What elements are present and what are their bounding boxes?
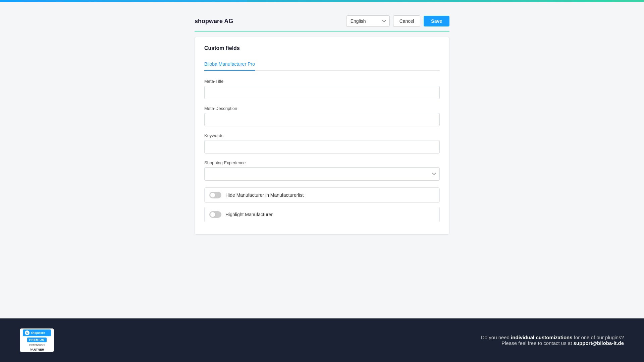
main-content: shopware AG English Deutsch Français Can…: [0, 2, 644, 318]
highlight-manufacturer-slider: [209, 211, 221, 218]
meta-title-label: Meta-Title: [204, 79, 440, 84]
container: shopware AG English Deutsch Français Can…: [195, 15, 449, 305]
keywords-group: Keywords: [204, 133, 440, 154]
highlight-manufacturer-label: Highlight Manufacturer: [225, 212, 273, 217]
footer: S shopware PREMIUM EXTENSION PARTNER Do …: [0, 318, 644, 362]
footer-text-normal2: for one of our plugins?: [573, 335, 624, 340]
shopping-experience-label: Shopping Experience: [204, 160, 440, 165]
badge-premium: PREMIUM: [27, 338, 47, 342]
badge-partner: PARTNER: [30, 348, 44, 351]
meta-title-input[interactable]: [204, 86, 440, 99]
tab-bar: Biloba Manufacturer Pro: [204, 58, 440, 71]
keywords-label: Keywords: [204, 133, 440, 138]
footer-logo-top: S shopware: [23, 329, 51, 336]
meta-description-input[interactable]: [204, 113, 440, 126]
meta-title-group: Meta-Title: [204, 79, 440, 99]
footer-text: Do you need individual customizations fo…: [481, 335, 624, 346]
header-actions: English Deutsch Français Cancel Save: [346, 15, 449, 27]
shopware-s-icon: S: [25, 330, 30, 335]
shopping-experience-select[interactable]: [204, 167, 440, 181]
footer-logo: S shopware PREMIUM EXTENSION PARTNER: [20, 328, 54, 352]
meta-description-label: Meta-Description: [204, 106, 440, 111]
meta-description-group: Meta-Description: [204, 106, 440, 126]
footer-text-bold: individual customizations: [511, 335, 572, 340]
save-button[interactable]: Save: [424, 16, 449, 26]
custom-fields-card: Custom fields Biloba Manufacturer Pro Me…: [195, 37, 449, 235]
hide-manufacturer-slider: [209, 192, 221, 198]
footer-line1: Do you need individual customizations fo…: [481, 335, 624, 340]
hide-manufacturer-toggle-row: Hide Manufacturer in Manufacturerlist: [204, 187, 440, 203]
footer-line2: Please feel free to contact us at suppor…: [481, 340, 624, 346]
footer-email-link[interactable]: support@biloba-it.de: [574, 340, 624, 346]
highlight-manufacturer-toggle-row: Highlight Manufacturer: [204, 207, 440, 222]
footer-text-normal: Do you need: [481, 335, 511, 340]
keywords-input[interactable]: [204, 140, 440, 154]
highlight-manufacturer-toggle[interactable]: [209, 211, 221, 218]
card-title: Custom fields: [204, 45, 440, 51]
shopware-logo-name: shopware: [31, 331, 45, 335]
hide-manufacturer-label: Hide Manufacturer in Manufacturerlist: [225, 192, 304, 198]
page-header: shopware AG English Deutsch Français Can…: [195, 15, 449, 32]
hide-manufacturer-toggle[interactable]: [209, 192, 221, 198]
page-title: shopware AG: [195, 18, 233, 25]
cancel-button[interactable]: Cancel: [393, 15, 421, 27]
tab-biloba-manufacturer-pro[interactable]: Biloba Manufacturer Pro: [204, 58, 255, 71]
badge-extension: EXTENSION: [29, 344, 45, 347]
footer-contact-text: Please feel free to contact us at: [501, 340, 573, 346]
shopping-experience-group: Shopping Experience: [204, 160, 440, 181]
language-select[interactable]: English Deutsch Français: [346, 15, 390, 27]
